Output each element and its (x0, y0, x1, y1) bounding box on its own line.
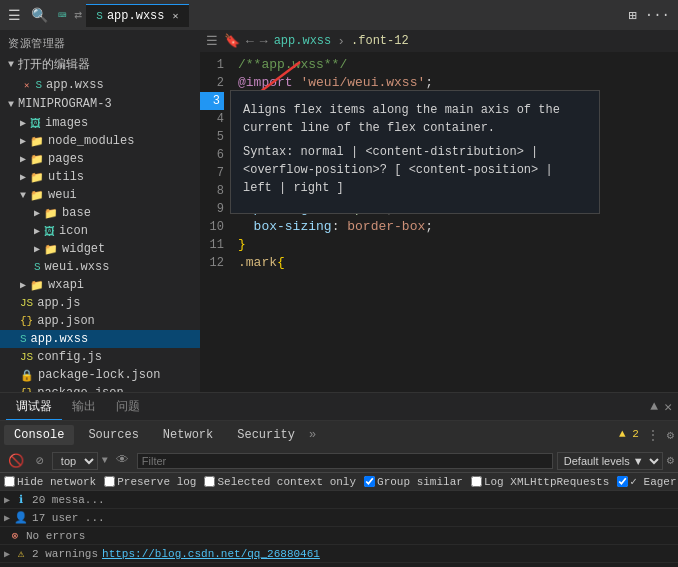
filter-input[interactable] (137, 453, 553, 469)
open-file-item[interactable]: ✕ S app.wxss (0, 76, 200, 94)
search-icon[interactable]: 🔍 (31, 7, 48, 24)
arrow-icon: ▶ (20, 117, 26, 129)
devtools-tab-network[interactable]: Network (153, 425, 223, 445)
clear-console-btn[interactable]: 🚫 (4, 452, 28, 470)
hide-network-checkbox[interactable] (4, 476, 15, 487)
js-icon: JS (20, 297, 33, 309)
editor-toolbar: ☰ 🔖 ← → app.wxss › .font-12 (200, 30, 678, 52)
devtools-tab-right: ▲ 2 ⋮ ⚙ (619, 428, 674, 443)
sidebar-item-icon[interactable]: ▶ 🖼 icon (0, 222, 200, 240)
sidebar: 资源管理器 ▼ 打开的编辑器 ✕ S app.wxss ▼ MINIPROGRA… (0, 30, 200, 392)
top-selector[interactable]: top (52, 452, 98, 470)
warning-icon: ⚠ (14, 547, 28, 560)
code-area: 1 2 3 4 5 6 7 8 9 10 11 12 /**app.wxss**… (200, 52, 678, 392)
sidebar-item-app-wxss[interactable]: S app.wxss (0, 330, 200, 348)
panel-close-icon[interactable]: ✕ (664, 399, 672, 415)
devtools-tab-console[interactable]: Console (4, 425, 74, 445)
console-row-warnings[interactable]: ▶ ⚠ 2 warnings https://blog.csdn.net/qq_… (0, 545, 678, 563)
selected-context-label[interactable]: Selected context only (204, 476, 356, 488)
panel-collapse-icon[interactable]: ▲ (650, 399, 658, 414)
console-gear-icon[interactable]: ⚙ (667, 453, 674, 468)
panel-tab-problems[interactable]: 问题 (106, 394, 150, 420)
filter-icon[interactable]: ⊘ (32, 452, 48, 470)
wxss-icon: S (20, 333, 27, 345)
levels-selector[interactable]: Default levels ▼ (557, 452, 663, 470)
layout-icon[interactable]: ⊞ (628, 7, 636, 24)
back-icon[interactable]: ← (246, 34, 254, 49)
console-row-errors[interactable]: ⊗ No errors (0, 527, 678, 545)
warning-badge: ▲ 2 (619, 428, 639, 443)
item-label: icon (59, 224, 88, 238)
code-lines[interactable]: /**app.wxss**/ @import 'weui/weui.wxss';… (230, 52, 678, 392)
titlebar-icons: ☰ 🔍 ⌨ (8, 7, 66, 24)
row-expand-icon[interactable]: ▶ (4, 548, 10, 560)
message-icon: ℹ (14, 493, 28, 506)
close-tab-x[interactable]: ✕ (24, 80, 29, 91)
bookmark-icon[interactable]: 🔖 (224, 33, 240, 49)
sidebar-item-widget[interactable]: ▶ 📁 widget (0, 240, 200, 258)
log-xml-label[interactable]: Log XMLHttpRequests (471, 476, 609, 488)
console-row-messages[interactable]: ▶ ℹ 20 messa... (0, 491, 678, 509)
eager-eval-label[interactable]: ✓ Eager evaluation (617, 475, 678, 488)
code-line-11: } (238, 236, 678, 254)
sidebar-item-pages[interactable]: ▶ 📁 pages (0, 150, 200, 168)
devtools-tab-security[interactable]: Security (227, 425, 305, 445)
arrow-icon: ▶ (20, 279, 26, 291)
breadcrumb-sep: › (337, 34, 345, 49)
open-editors-section[interactable]: ▼ 打开的编辑器 (0, 53, 200, 76)
sidebar-item-images[interactable]: ▶ 🖼 images (0, 114, 200, 132)
sidebar-item-app-js[interactable]: JS app.js (0, 294, 200, 312)
tooltip-line1: Aligns flex items along the main axis of… (243, 101, 587, 137)
sidebar-item-wxapi[interactable]: ▶ 📁 wxapi (0, 276, 200, 294)
code-icon[interactable]: ⌨ (58, 7, 66, 24)
item-label: base (62, 206, 91, 220)
sidebar-item-weui[interactable]: ▼ 📁 weui (0, 186, 200, 204)
preserve-log-checkbox[interactable] (104, 476, 115, 487)
sidebar-item-utils[interactable]: ▶ 📁 utils (0, 168, 200, 186)
row-link[interactable]: https://blog.csdn.net/qq_26880461 (102, 548, 320, 560)
sidebar-item-weui-wxss[interactable]: S weui.wxss (0, 258, 200, 276)
group-similar-checkbox[interactable] (364, 476, 375, 487)
sidebar-item-node-modules[interactable]: ▶ 📁 node_modules (0, 132, 200, 150)
group-similar-label[interactable]: Group similar (364, 476, 463, 488)
forward-icon[interactable]: → (260, 34, 268, 49)
folder-icon: 📁 (30, 189, 44, 202)
eager-eval-checkbox[interactable] (617, 476, 628, 487)
panel-tab-output[interactable]: 输出 (62, 394, 106, 420)
panel-tab-debugger[interactable]: 调试器 (6, 394, 62, 420)
lines-icon[interactable]: ☰ (206, 33, 218, 49)
console-toolbar: 🚫 ⊘ top ▼ 👁 Default levels ▼ ⚙ (0, 449, 678, 473)
sidebar-item-base[interactable]: ▶ 📁 base (0, 204, 200, 222)
hide-network-label[interactable]: Hide network (4, 476, 96, 488)
selected-context-checkbox[interactable] (204, 476, 215, 487)
sidebar-item-app-json[interactable]: {} app.json (0, 312, 200, 330)
devtools-settings-icon[interactable]: ⚙ (667, 428, 674, 443)
sidebar-item-package-json[interactable]: {} package.json (0, 384, 200, 392)
item-label: widget (62, 242, 105, 256)
menu-icon[interactable]: ☰ (8, 7, 21, 24)
bottom-panel: 调试器 输出 问题 ▲ ✕ Console Sources Network Se… (0, 392, 678, 567)
tab-close-btn[interactable]: ✕ (172, 10, 178, 22)
tab-app-wxss[interactable]: S app.wxss ✕ (86, 4, 188, 27)
tab-bar: ⇄ S app.wxss ✕ (74, 4, 620, 27)
breadcrumb-func: .font-12 (351, 34, 409, 48)
wxss-icon: S (35, 79, 42, 91)
row-expand-icon[interactable]: ▶ (4, 512, 10, 524)
folder-icon: 📁 (44, 207, 58, 220)
more-tabs-icon[interactable]: » (309, 428, 316, 442)
devtools-more-icon[interactable]: ⋮ (647, 428, 659, 443)
console-row-user[interactable]: ▶ 👤 17 user ... (0, 509, 678, 527)
preserve-log-label[interactable]: Preserve log (104, 476, 196, 488)
row-expand-icon[interactable]: ▶ (4, 494, 10, 506)
dropdown-icon[interactable]: ▼ (102, 455, 108, 466)
sidebar-item-config-js[interactable]: JS config.js (0, 348, 200, 366)
panel-tab-right: ▲ ✕ (650, 399, 672, 415)
project-section[interactable]: ▼ MINIPROGRAM-3 (0, 94, 200, 114)
sidebar-item-package-lock[interactable]: 🔒 package-lock.json (0, 366, 200, 384)
log-xml-checkbox[interactable] (471, 476, 482, 487)
eye-icon[interactable]: 👁 (112, 452, 133, 469)
tooltip-line2: Syntax: normal | <content-distribution> … (243, 143, 587, 197)
devtools-tab-sources[interactable]: Sources (78, 425, 148, 445)
split-icon[interactable]: ⇄ (74, 7, 82, 23)
more-icon[interactable]: ··· (645, 7, 670, 24)
